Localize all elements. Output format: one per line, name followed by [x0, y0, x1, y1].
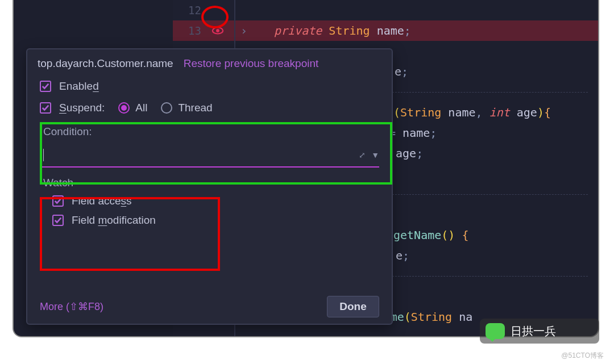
wechat-watermark: 日拱一兵 [480, 319, 599, 344]
svg-point-1 [216, 29, 219, 32]
fold-chevron-icon[interactable]: › [235, 24, 252, 37]
suspend-thread-radio[interactable] [161, 102, 172, 114]
annotation-circle [201, 6, 229, 28]
breakpoint-popup: top.dayarch.Customer.name Restore previo… [26, 48, 393, 325]
field-modification-checkbox[interactable] [52, 215, 64, 226]
condition-field[interactable]: ⤢ ▼ [40, 144, 379, 168]
suspend-all-label: All [135, 102, 147, 114]
code-line-13: › private String name ; [235, 20, 598, 41]
code-line-12 [235, 0, 598, 20]
field-access-checkbox[interactable] [52, 195, 64, 207]
enabled-checkbox[interactable] [40, 81, 51, 92]
suspend-all-radio[interactable] [118, 102, 130, 114]
suspend-row: Suspend: All Thread [27, 97, 392, 119]
editor-frame: 12 13 25 26 › private String name ; e; [13, 0, 599, 337]
done-button[interactable]: Done [327, 296, 379, 317]
restore-breakpoint-link[interactable]: Restore previous breakpoint [184, 57, 319, 70]
field-access-row[interactable]: Field access [27, 191, 392, 211]
condition-input[interactable] [44, 149, 353, 161]
enabled-row[interactable]: Enabled [27, 76, 392, 97]
wechat-icon [486, 323, 505, 339]
history-dropdown-icon[interactable]: ▼ [371, 150, 379, 160]
suspend-thread-label: Thread [178, 102, 212, 114]
source-watermark: @51CTO博客 [561, 351, 604, 361]
condition-label: Condition: [27, 119, 392, 141]
breakpoint-title: top.dayarch.Customer.name [38, 57, 173, 70]
watch-label: Watch [27, 168, 392, 191]
suspend-checkbox[interactable] [40, 102, 51, 114]
expand-icon[interactable]: ⤢ [359, 150, 366, 160]
more-link[interactable]: More (⇧⌘F8) [40, 300, 103, 313]
field-modification-row[interactable]: Field modification [27, 211, 392, 230]
